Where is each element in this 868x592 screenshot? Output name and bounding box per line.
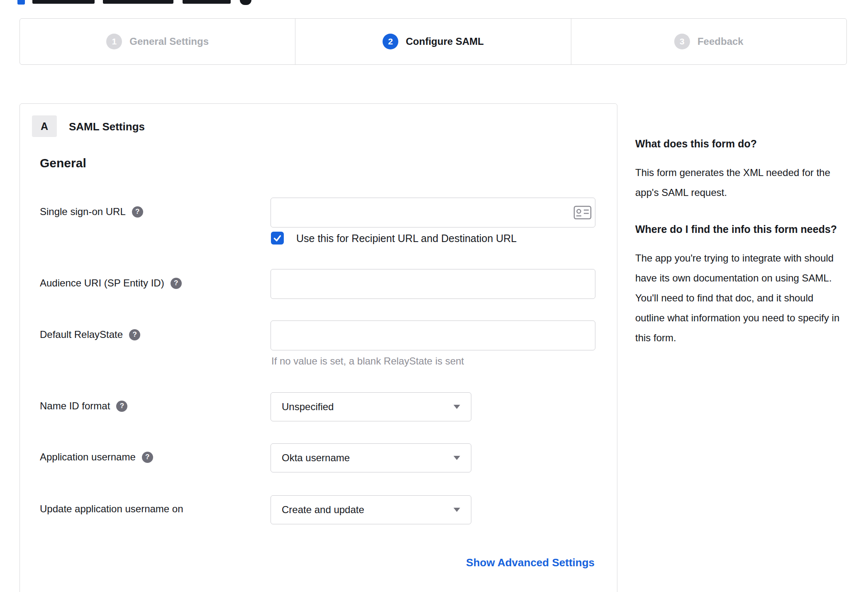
app-username-select[interactable]: Okta username <box>271 443 471 472</box>
recipient-url-checkbox[interactable] <box>271 232 284 245</box>
relay-state-hint: If no value is set, a blank RelayState i… <box>271 355 464 367</box>
name-id-format-select[interactable]: Unspecified <box>271 392 471 421</box>
help-paragraph: The app you're trying to integrate with … <box>635 248 843 348</box>
step-general-settings[interactable]: 1 General Settings <box>20 19 295 64</box>
update-app-username-row-label: Update application username on <box>40 503 183 515</box>
help-icon[interactable]: ? <box>132 206 143 218</box>
help-heading: Where do I find the info this form needs… <box>635 220 843 238</box>
recipient-url-checkbox-label[interactable]: Use this for Recipient URL and Destinati… <box>296 232 517 245</box>
app-username-value: Okta username <box>282 452 350 464</box>
audience-uri-input[interactable] <box>271 269 595 299</box>
help-icon[interactable]: ? <box>171 278 182 289</box>
step-configure-saml[interactable]: 2 Configure SAML <box>295 19 571 64</box>
section-title: SAML Settings <box>69 120 145 133</box>
cutoff-content-fragment <box>240 0 251 5</box>
app-username-label: Application username <box>40 451 136 463</box>
step-number-badge: 1 <box>106 34 122 49</box>
dropdown-arrow-icon <box>454 508 460 512</box>
step-label: Configure SAML <box>406 36 484 47</box>
update-app-username-select[interactable]: Create and update <box>271 495 471 524</box>
sso-url-label: Single sign-on URL <box>40 206 126 218</box>
contact-card-icon[interactable] <box>573 205 592 220</box>
general-group-title: General <box>40 156 86 170</box>
saml-settings-panel: A SAML Settings General Single sign-on U… <box>20 103 617 592</box>
relay-state-label: Default RelayState <box>40 329 123 340</box>
step-label: Feedback <box>697 36 744 47</box>
name-id-format-value: Unspecified <box>282 401 334 413</box>
step-feedback[interactable]: 3 Feedback <box>571 19 846 64</box>
step-number-badge: 2 <box>383 34 398 49</box>
audience-uri-label: Audience URI (SP Entity ID) <box>40 277 164 289</box>
help-sidebar: What does this form do? This form genera… <box>635 135 843 365</box>
section-a-badge: A <box>32 115 57 137</box>
name-id-format-label: Name ID format <box>40 400 110 412</box>
dropdown-arrow-icon <box>454 405 460 409</box>
cutoff-content-fragment <box>32 0 95 4</box>
cutoff-content-fragment <box>103 0 173 4</box>
help-paragraph: This form generates the XML needed for t… <box>635 163 843 203</box>
help-heading: What does this form do? <box>635 135 843 153</box>
sso-url-row-label: Single sign-on URL ? <box>40 206 143 218</box>
step-number-badge: 3 <box>674 34 690 49</box>
step-label: General Settings <box>129 36 209 47</box>
audience-uri-row-label: Audience URI (SP Entity ID) ? <box>40 277 182 289</box>
cutoff-content-fragment <box>183 0 231 4</box>
update-app-username-value: Create and update <box>282 504 364 516</box>
cutoff-content-fragment <box>17 0 25 5</box>
check-icon <box>273 234 282 242</box>
app-username-row-label: Application username ? <box>40 451 153 463</box>
help-icon[interactable]: ? <box>129 329 140 340</box>
configure-saml-page: 1 General Settings 2 Configure SAML 3 Fe… <box>0 0 868 592</box>
wizard-stepper: 1 General Settings 2 Configure SAML 3 Fe… <box>20 18 847 65</box>
show-advanced-settings-link[interactable]: Show Advanced Settings <box>466 556 595 569</box>
relay-state-row-label: Default RelayState ? <box>40 329 140 340</box>
name-id-format-row-label: Name ID format ? <box>40 400 127 412</box>
help-icon[interactable]: ? <box>116 401 127 412</box>
help-icon[interactable]: ? <box>142 452 153 463</box>
dropdown-arrow-icon <box>454 456 460 460</box>
sso-url-input[interactable] <box>271 198 595 228</box>
update-app-username-label: Update application username on <box>40 503 183 515</box>
relay-state-input[interactable] <box>271 320 595 350</box>
